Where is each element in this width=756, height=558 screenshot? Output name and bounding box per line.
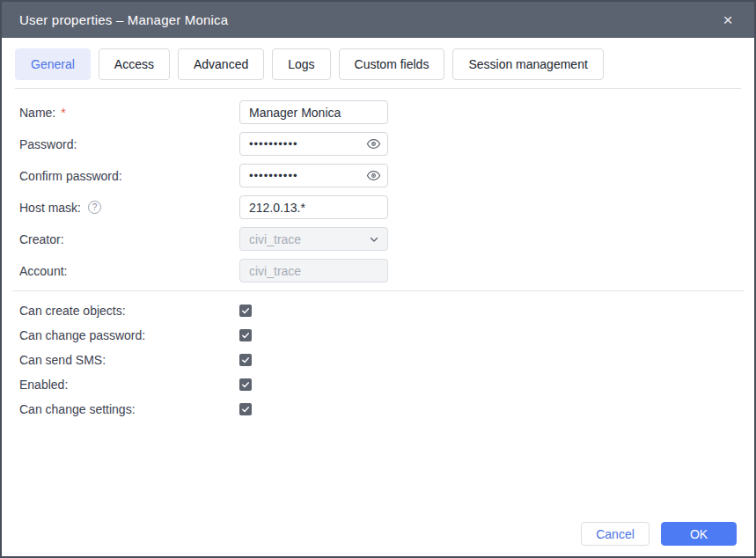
check-row-enabled: Enabled: <box>19 377 737 393</box>
checkmark-icon <box>241 306 250 315</box>
enabled-label: Enabled: <box>19 378 239 392</box>
ok-button[interactable]: OK <box>661 522 737 546</box>
required-marker: * <box>61 106 65 120</box>
form-row-host-mask: Host mask: ? <box>19 195 737 219</box>
checkmark-icon <box>241 356 250 364</box>
footer: Cancel OK <box>581 522 737 546</box>
can-create-objects-checkbox[interactable] <box>239 305 252 317</box>
titlebar: User properties – Manager Monica × <box>2 2 754 38</box>
show-confirm-password-icon[interactable] <box>365 168 381 184</box>
check-row-can-create-objects: Can create objects: <box>19 303 737 319</box>
can-send-sms-checkbox[interactable] <box>239 354 252 366</box>
can-change-password-checkbox[interactable] <box>239 329 252 341</box>
check-row-can-change-password: Can change password: <box>19 327 737 343</box>
form-row-account: Account: <box>19 259 737 283</box>
checkmark-icon <box>241 405 250 414</box>
checkmark-icon <box>241 331 250 340</box>
form-row-name: Name: * <box>19 100 737 124</box>
show-password-icon[interactable] <box>365 136 381 152</box>
help-icon[interactable]: ? <box>88 201 101 214</box>
can-send-sms-label: Can send SMS: <box>19 353 239 367</box>
host-mask-label-text: Host mask: <box>19 201 81 215</box>
confirm-password-label: Confirm password: <box>19 169 239 183</box>
tab-bar: General Access Advanced Logs Custom fiel… <box>2 38 754 88</box>
form-row-confirm-password: Confirm password: <box>19 164 737 187</box>
tab-advanced[interactable]: Advanced <box>178 48 264 80</box>
enabled-checkbox[interactable] <box>239 378 252 391</box>
check-row-can-change-settings: Can change settings: <box>19 401 737 417</box>
user-properties-dialog: User properties – Manager Monica × Gener… <box>0 0 756 558</box>
form-area: Name: * Password: Confirm <box>2 89 754 283</box>
close-icon[interactable]: × <box>717 10 738 31</box>
creator-select-value: civi_trace <box>249 232 301 246</box>
can-change-settings-checkbox[interactable] <box>239 403 252 415</box>
tab-logs[interactable]: Logs <box>272 48 330 80</box>
can-create-objects-label: Can create objects: <box>19 304 239 318</box>
dialog-title: User properties – Manager Monica <box>19 12 717 27</box>
tab-access[interactable]: Access <box>99 48 170 80</box>
chevron-down-icon <box>369 234 379 245</box>
tab-session-management[interactable]: Session management <box>452 48 603 80</box>
name-field[interactable] <box>239 100 388 124</box>
check-row-can-send-sms: Can send SMS: <box>19 352 737 368</box>
tab-general[interactable]: General <box>15 48 91 80</box>
can-change-password-label: Can change password: <box>19 328 239 342</box>
form-row-password: Password: <box>19 132 737 156</box>
can-change-settings-label: Can change settings: <box>19 402 239 416</box>
name-label-text: Name: <box>19 106 55 120</box>
form-row-creator: Creator: civi_trace <box>19 227 737 251</box>
checkmark-icon <box>241 380 250 389</box>
host-mask-label: Host mask: ? <box>19 201 239 215</box>
cancel-button[interactable]: Cancel <box>581 522 650 546</box>
creator-label: Creator: <box>19 232 239 246</box>
password-label: Password: <box>19 137 239 151</box>
creator-select: civi_trace <box>239 227 388 251</box>
tab-custom-fields[interactable]: Custom fields <box>339 48 445 80</box>
account-label: Account: <box>19 264 239 278</box>
host-mask-field[interactable] <box>239 195 388 219</box>
name-label: Name: * <box>19 106 239 120</box>
permissions-area: Can create objects: Can change password:… <box>2 291 754 417</box>
account-field <box>239 259 388 283</box>
